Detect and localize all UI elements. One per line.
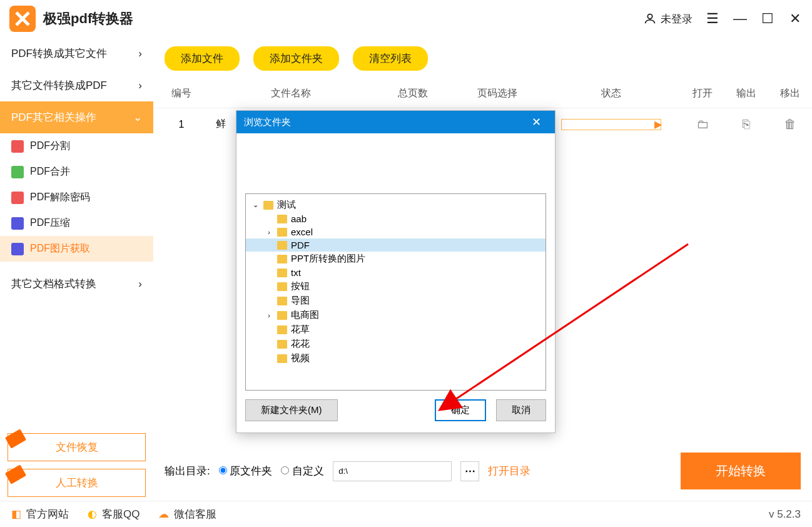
col-pages: 总页数 [372,87,454,100]
tree-toggle-icon[interactable]: › [265,228,273,236]
folder-icon [277,297,287,305]
folder-icon [277,282,287,291]
chevron-down-icon: ⌄ [133,111,142,124]
manual-convert-button[interactable]: 人工转换 [8,469,146,497]
login-button[interactable]: 未登录 [643,12,693,26]
tree-item[interactable]: ›电商图 [246,308,546,322]
sidebar: PDF转换成其它文件 › 其它文件转换成PDF › PDF其它相关操作 ⌄ PD… [0,38,153,501]
dialog-titlebar[interactable]: 浏览文件夹 ✕ [236,111,555,133]
file-icon [11,243,24,255]
wechat-icon: ☁ [158,508,169,521]
delete-icon[interactable]: 🗑 [768,117,812,131]
hot-badge-icon [5,464,26,484]
output-path-input[interactable] [333,461,452,481]
sidebar-cat-other-to-pdf[interactable]: 其它文件转换成PDF › [0,69,153,101]
folder-icon [263,201,273,210]
tree-item-label: aab [291,213,307,224]
export-icon[interactable]: ⎘ [724,117,768,131]
sidebar-cat-pdf-ops[interactable]: PDF其它相关操作 ⌄ [0,101,153,133]
sidebar-item-compress[interactable]: PDF压缩 [0,210,153,236]
tree-item[interactable]: 视频 [246,351,546,366]
folder-icon [277,215,287,223]
tree-item-label: 测试 [277,199,296,211]
folder-icon [277,340,287,349]
clear-list-button[interactable]: 清空列表 [353,46,428,71]
tree-item[interactable]: PDF [246,238,546,252]
col-output: 输出 [724,87,768,100]
sidebar-item-extract-image[interactable]: PDF图片获取 [0,236,153,262]
radio-custom[interactable]: 自定义 [281,464,324,478]
file-icon [11,192,24,204]
tree-item[interactable]: txt [246,266,546,279]
tree-item-label: txt [291,267,301,278]
svg-point-0 [647,14,652,19]
tree-item[interactable]: ⌄测试 [246,198,546,212]
globe-icon: ◧ [11,508,21,521]
open-dir-link[interactable]: 打开目录 [488,464,530,478]
maximize-button[interactable]: ☐ [760,11,775,26]
ok-button[interactable]: 确定 [435,399,486,421]
progress-bar: ▶ [561,119,661,130]
add-file-button[interactable]: 添加文件 [165,46,240,71]
folder-icon [277,354,287,363]
new-folder-button[interactable]: 新建文件夹(M) [245,399,338,421]
start-convert-button[interactable]: 开始转换 [681,453,801,489]
sidebar-cat-other-formats[interactable]: 其它文档格式转换 › [0,268,153,300]
folder-icon [277,241,287,250]
dialog-title: 浏览文件夹 [244,116,291,128]
tree-item[interactable]: 花草 [246,322,546,337]
tree-item[interactable]: PPT所转换的图片 [246,252,546,266]
sidebar-item-unlock[interactable]: PDF解除密码 [0,185,153,210]
col-number: 编号 [153,87,210,100]
folder-icon [277,325,287,334]
tree-item-label: 按钮 [291,280,310,292]
sidebar-item-merge[interactable]: PDF合并 [0,159,153,185]
folder-icon [277,255,287,264]
tree-item[interactable]: aab [246,212,546,225]
toolbar: 添加文件 添加文件夹 清空列表 [153,38,812,79]
qq-icon: ◐ [88,508,97,521]
app-logo [9,6,36,32]
dialog-close-button[interactable]: ✕ [525,111,547,133]
tree-item[interactable]: ›excel [246,225,546,238]
open-folder-icon[interactable]: 🗀 [681,117,724,131]
tree-item[interactable]: 花花 [246,337,546,351]
footer: ◧官方网站 ◐客服QQ ☁微信客服 v 5.2.3 [0,501,812,527]
close-button[interactable]: ✕ [788,11,803,26]
tree-item[interactable]: 导图 [246,294,546,308]
file-icon [11,217,24,230]
tree-item-label: 导图 [291,295,310,307]
file-icon [11,166,24,178]
cancel-button[interactable]: 取消 [496,399,546,421]
hot-badge-icon [5,429,26,448]
sidebar-cat-pdf-to-other[interactable]: PDF转换成其它文件 › [0,38,153,69]
tree-item-label: 电商图 [291,309,319,321]
app-title: 极强pdf转换器 [43,9,133,28]
user-icon [643,12,657,26]
table-header: 编号 文件名称 总页数 页码选择 状态 打开 输出 移出 [153,79,812,108]
tree-item-label: 视频 [291,352,310,364]
tree-item[interactable]: 按钮 [246,279,546,294]
col-open: 打开 [681,87,724,100]
col-status: 状态 [541,87,681,100]
tree-toggle-icon[interactable]: › [265,312,273,319]
add-folder-button[interactable]: 添加文件夹 [253,46,339,71]
tree-item-label: PDF [291,240,310,250]
tree-item-label: PPT所转换的图片 [291,253,365,265]
sidebar-item-split[interactable]: PDF分割 [0,133,153,159]
file-recovery-button[interactable]: 文件恢复 [8,433,146,461]
qq-support-link[interactable]: ◐客服QQ [88,507,140,521]
folder-icon [277,228,287,237]
tree-toggle-icon[interactable]: ⌄ [251,201,260,209]
output-label: 输出目录: [165,464,210,478]
menu-button[interactable]: ☰ [705,11,720,26]
tree-item-label: 花草 [291,324,310,335]
official-site-link[interactable]: ◧官方网站 [11,507,69,521]
browse-path-button[interactable]: ⋯ [460,461,479,481]
col-remove: 移出 [768,87,812,100]
output-bar: 输出目录: 原文件夹 自定义 ⋯ 打开目录 开始转换 [153,441,812,501]
minimize-button[interactable]: — [733,11,748,26]
radio-original[interactable]: 原文件夹 [219,464,273,478]
wechat-support-link[interactable]: ☁微信客服 [158,507,216,521]
folder-tree[interactable]: ⌄测试aab›excelPDFPPT所转换的图片txt按钮导图›电商图花草花花视… [245,193,546,391]
